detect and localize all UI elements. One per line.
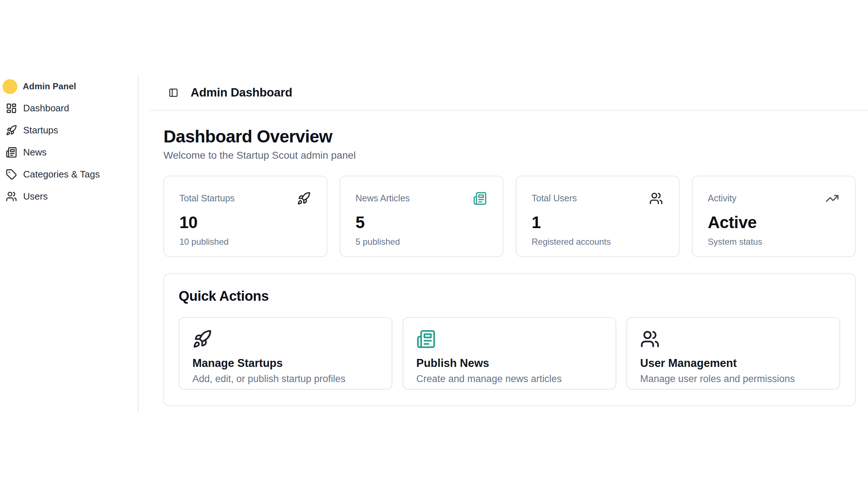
quick-action-description: Create and manage news articles — [416, 373, 603, 385]
stat-value: Active — [708, 213, 839, 232]
stat-card-activity: Activity Active System status — [692, 176, 856, 257]
stat-value: 1 — [532, 213, 663, 232]
sidebar-nav: Dashboard Startups News Categories & Tag… — [3, 98, 134, 206]
quick-action-description: Add, edit, or publish startup profiles — [192, 373, 379, 385]
quick-actions-panel: Quick Actions Manage Startups Add, edit,… — [163, 273, 856, 406]
sidebar-item-dashboard[interactable]: Dashboard — [3, 98, 134, 118]
sidebar-item-news[interactable]: News — [3, 142, 134, 162]
trending-up-icon — [825, 192, 839, 205]
users-icon — [649, 192, 663, 205]
sidebar-item-categories-tags[interactable]: Categories & Tags — [3, 164, 134, 184]
newspaper-icon — [6, 147, 17, 158]
stat-value: 10 — [179, 213, 311, 232]
sidebar-item-label: Categories & Tags — [23, 169, 100, 180]
main-content: Dashboard Overview Welcome to the Startu… — [139, 111, 868, 406]
stat-label: Total Users — [532, 192, 577, 204]
panel-left-icon — [169, 88, 178, 98]
quick-action-manage-startups[interactable]: Manage Startups Add, edit, or publish st… — [179, 317, 392, 390]
main-column: Admin Dashboard Dashboard Overview Welco… — [139, 75, 868, 412]
tag-icon — [6, 169, 17, 180]
brand-name: Admin Panel — [23, 81, 76, 91]
app-window: Admin Panel Dashboard Startups News Cate… — [0, 75, 868, 412]
newspaper-icon — [416, 329, 436, 349]
sidebar-toggle-button[interactable] — [169, 87, 179, 98]
stat-card-total-users: Total Users 1 Registered accounts — [516, 176, 680, 257]
stat-label: Activity — [708, 192, 736, 204]
quick-action-publish-news[interactable]: Publish News Create and manage news arti… — [403, 317, 616, 390]
quick-action-user-management[interactable]: User Management Manage user roles and pe… — [626, 317, 840, 390]
quick-action-description: Manage user roles and permissions — [640, 373, 826, 385]
users-icon — [640, 329, 660, 349]
stat-card-total-startups: Total Startups 10 10 published — [163, 176, 327, 257]
sidebar-item-users[interactable]: Users — [3, 187, 134, 206]
brand-logo-circle — [3, 79, 17, 94]
users-icon — [6, 191, 17, 202]
header: Admin Dashboard — [149, 75, 868, 111]
sidebar-item-label: Users — [23, 191, 48, 202]
quick-action-title: User Management — [640, 357, 826, 370]
stat-subtext: 5 published — [356, 237, 487, 247]
sidebar: Admin Panel Dashboard Startups News Cate… — [0, 75, 139, 412]
dashboard-icon — [6, 103, 17, 114]
stat-card-news-articles: News Articles 5 5 published — [340, 176, 503, 257]
stat-label: Total Startups — [179, 192, 235, 204]
stat-subtext: 10 published — [179, 237, 311, 247]
stats-row: Total Startups 10 10 published News Arti… — [163, 176, 856, 257]
stat-value: 5 — [356, 213, 487, 232]
page-title: Dashboard Overview — [163, 127, 856, 146]
stat-label: News Articles — [356, 192, 410, 204]
rocket-icon — [297, 192, 311, 205]
sidebar-item-label: Dashboard — [23, 103, 69, 114]
quick-action-title: Publish News — [416, 357, 603, 370]
stat-subtext: System status — [708, 237, 839, 247]
sidebar-item-startups[interactable]: Startups — [3, 120, 134, 140]
newspaper-icon — [473, 192, 487, 205]
quick-action-title: Manage Startups — [192, 357, 379, 370]
brand[interactable]: Admin Panel — [3, 78, 134, 95]
rocket-icon — [6, 125, 17, 136]
quick-actions-grid: Manage Startups Add, edit, or publish st… — [179, 317, 840, 390]
rocket-icon — [192, 329, 212, 349]
header-title: Admin Dashboard — [191, 86, 292, 99]
sidebar-item-label: Startups — [23, 125, 58, 136]
stat-subtext: Registered accounts — [532, 237, 663, 247]
sidebar-item-label: News — [23, 147, 47, 158]
quick-actions-title: Quick Actions — [179, 288, 840, 304]
page-subtitle: Welcome to the Startup Scout admin panel — [163, 150, 856, 161]
